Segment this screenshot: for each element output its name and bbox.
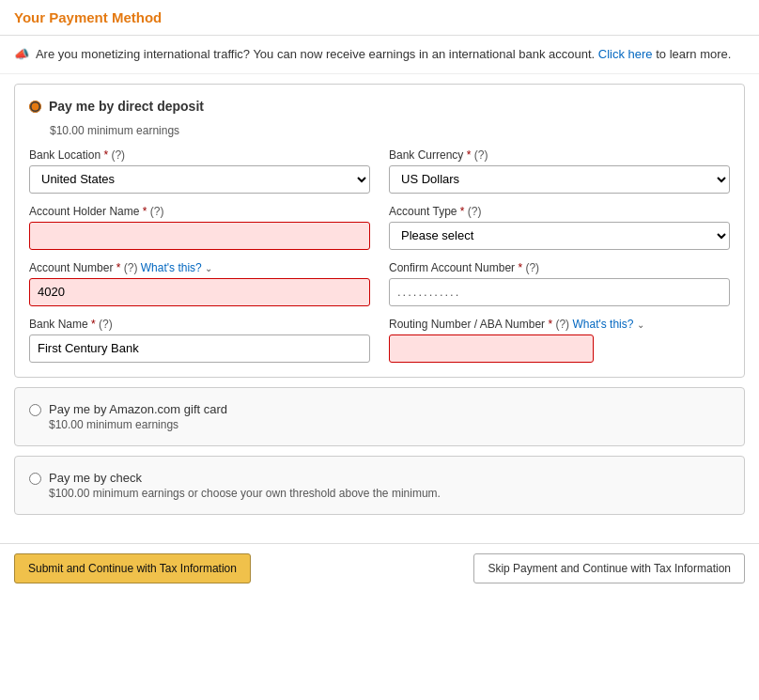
bank-name-input[interactable] — [29, 334, 370, 363]
bank-currency-select[interactable]: US Dollars — [389, 165, 730, 194]
main-content: Pay me by direct deposit $10.00 minimum … — [0, 74, 759, 538]
banner-suffix: to learn more. — [656, 47, 731, 61]
submit-button[interactable]: Submit and Continue with Tax Information — [14, 553, 251, 583]
check-label[interactable]: Pay me by check $100.00 minimum earnings… — [49, 471, 441, 500]
bank-location-group: Bank Location * (?) United States — [29, 148, 370, 194]
gift-card-label[interactable]: Pay me by Amazon.com gift card $10.00 mi… — [49, 402, 227, 431]
bank-location-label: Bank Location * (?) — [29, 148, 370, 162]
routing-number-chevron-icon: ⌄ — [637, 319, 644, 330]
bank-name-label: Bank Name * (?) — [29, 318, 370, 331]
banner-text: Are you monetizing international traffic… — [36, 47, 595, 61]
info-banner: 📣 Are you monetizing international traff… — [0, 36, 759, 74]
direct-deposit-label[interactable]: Pay me by direct deposit — [49, 99, 204, 114]
bank-currency-label: Bank Currency * (?) — [389, 148, 730, 162]
routing-number-input[interactable] — [389, 334, 594, 363]
gift-card-option[interactable]: Pay me by Amazon.com gift card $10.00 mi… — [29, 402, 730, 431]
routing-number-group: Routing Number / ABA Number * (?) What's… — [389, 318, 730, 363]
routing-number-whats-this-link[interactable]: What's this? — [572, 318, 633, 331]
account-type-select[interactable]: Please select Checking Savings — [389, 222, 730, 250]
skip-button[interactable]: Skip Payment and Continue with Tax Infor… — [473, 553, 745, 583]
account-holder-input[interactable] — [29, 222, 370, 250]
click-here-link[interactable]: Click here — [598, 47, 653, 61]
confirm-account-label: Confirm Account Number * (?) — [389, 261, 730, 274]
direct-deposit-option[interactable]: Pay me by direct deposit — [29, 99, 730, 119]
account-number-chevron-icon: ⌄ — [205, 263, 212, 273]
gift-card-title: Pay me by Amazon.com gift card — [49, 402, 227, 416]
footer-buttons: Submit and Continue with Tax Information… — [0, 543, 759, 593]
megaphone-icon: 📣 — [14, 47, 29, 61]
account-holder-group: Account Holder Name * (?) — [29, 205, 370, 250]
check-radio[interactable] — [29, 473, 41, 485]
direct-deposit-min-earnings: $10.00 minimum earnings — [50, 124, 730, 137]
confirm-account-group: Confirm Account Number * (?) — [389, 261, 730, 306]
gift-card-radio[interactable] — [29, 404, 41, 416]
gift-card-min: $10.00 minimum earnings — [49, 418, 227, 431]
account-number-group: Account Number * (?) What's this? ⌄ — [29, 261, 370, 306]
page-title: Your Payment Method — [14, 9, 745, 25]
check-description: $100.00 minimum earnings or choose your … — [49, 487, 441, 500]
direct-deposit-radio[interactable] — [29, 101, 41, 113]
account-number-label: Account Number * (?) What's this? ⌄ — [29, 261, 370, 274]
direct-deposit-card: Pay me by direct deposit $10.00 minimum … — [14, 84, 745, 378]
check-option[interactable]: Pay me by check $100.00 minimum earnings… — [29, 471, 730, 500]
confirm-account-input[interactable] — [389, 278, 730, 306]
bank-name-group: Bank Name * (?) — [29, 318, 370, 363]
check-card: Pay me by check $100.00 minimum earnings… — [14, 456, 745, 515]
header-section: Your Payment Method — [0, 0, 759, 36]
check-title: Pay me by check — [49, 471, 441, 485]
gift-card-card: Pay me by Amazon.com gift card $10.00 mi… — [14, 387, 745, 446]
bank-location-select[interactable]: United States — [29, 165, 370, 194]
account-type-group: Account Type * (?) Please select Checkin… — [389, 205, 730, 250]
routing-number-label: Routing Number / ABA Number * (?) What's… — [389, 318, 730, 331]
account-number-input[interactable] — [29, 278, 370, 306]
account-number-whats-this-link[interactable]: What's this? — [141, 261, 202, 274]
account-holder-label: Account Holder Name * (?) — [29, 205, 370, 218]
bank-currency-group: Bank Currency * (?) US Dollars — [389, 148, 730, 194]
account-type-label: Account Type * (?) — [389, 205, 730, 218]
direct-deposit-form: Bank Location * (?) United States Bank C… — [29, 148, 730, 363]
